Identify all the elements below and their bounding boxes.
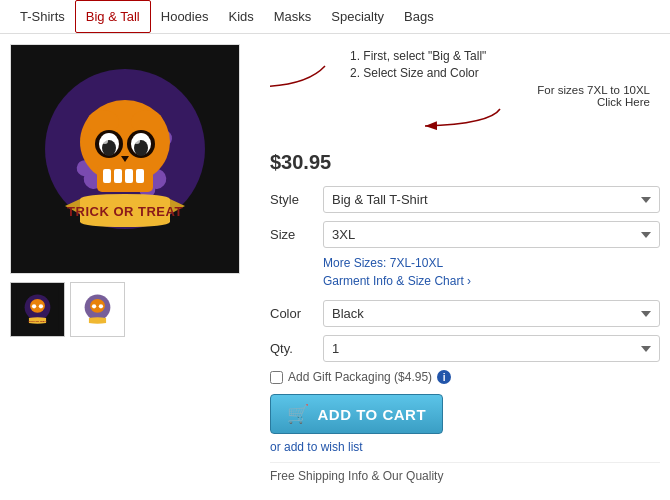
product-price: $30.95 xyxy=(270,151,660,174)
annotation-step2: 2. Select Size and Color xyxy=(350,66,479,80)
size-select[interactable]: 3XL 4XL 5XL 6XL xyxy=(323,221,660,248)
product-info: 1. First, select "Big & Tall" 2. Select … xyxy=(265,44,660,483)
more-sizes-link[interactable]: 7XL-10XL xyxy=(390,256,443,270)
nav-big-tall[interactable]: Big & Tall xyxy=(75,0,151,33)
color-row: Color Black White xyxy=(270,300,660,327)
size-row: Size 3XL 4XL 5XL 6XL xyxy=(270,221,660,248)
svg-point-21 xyxy=(102,138,108,144)
size-chart-link[interactable]: Garment Info & Size Chart › xyxy=(323,274,660,288)
size-label: Size xyxy=(270,227,315,242)
style-label: Style xyxy=(270,192,315,207)
svg-point-13 xyxy=(131,110,163,134)
nav-kids[interactable]: Kids xyxy=(218,1,263,32)
nav-bags[interactable]: Bags xyxy=(394,1,444,32)
style-select[interactable]: Big & Tall T-Shirt xyxy=(323,186,660,213)
svg-point-37 xyxy=(92,304,96,308)
color-select[interactable]: Black White xyxy=(323,300,660,327)
annotation-step3: For sizes 7XL to 10XL Click Here xyxy=(537,84,650,108)
nav-tshirts[interactable]: T-Shirts xyxy=(10,1,75,32)
svg-point-38 xyxy=(99,304,103,308)
thumbnail-row: TRICK OR TREAT xyxy=(10,282,250,337)
svg-rect-26 xyxy=(136,169,144,183)
annotation-step1: 1. First, select "Big & Tall" xyxy=(350,49,486,63)
product-images: TRICK OR TREAT TRICK OR TREAT xyxy=(10,44,250,483)
product-illustration: TRICK OR TREAT xyxy=(25,54,225,264)
main-content: TRICK OR TREAT TRICK OR TREAT xyxy=(0,34,670,493)
svg-rect-23 xyxy=(103,169,111,183)
gift-row: Add Gift Packaging ($4.95) i xyxy=(270,370,660,384)
gift-info-icon[interactable]: i xyxy=(437,370,451,384)
style-row: Style Big & Tall T-Shirt xyxy=(270,186,660,213)
cart-icon: 🛒 xyxy=(287,403,310,425)
nav-hoodies[interactable]: Hoodies xyxy=(151,1,219,32)
svg-text:TRICK OR TREAT: TRICK OR TREAT xyxy=(28,320,48,322)
gift-checkbox[interactable] xyxy=(270,371,283,384)
svg-point-31 xyxy=(32,304,36,308)
wish-list-link[interactable]: or add to wish list xyxy=(270,440,660,454)
free-shipping-text: Free Shipping Info & Our Quality xyxy=(270,462,660,483)
category-nav: T-Shirts Big & Tall Hoodies Kids Masks S… xyxy=(0,0,670,34)
svg-text:TRICK OR TREAT: TRICK OR TREAT xyxy=(67,204,183,219)
add-to-cart-label: ADD TO CART xyxy=(318,406,427,423)
main-product-image: TRICK OR TREAT xyxy=(10,44,240,274)
svg-point-32 xyxy=(39,304,43,308)
qty-select[interactable]: 1 2 3 xyxy=(323,335,660,362)
thumbnail-dark[interactable]: TRICK OR TREAT xyxy=(10,282,65,337)
svg-rect-24 xyxy=(114,169,122,183)
qty-label: Qty. xyxy=(270,341,315,356)
nav-masks[interactable]: Masks xyxy=(264,1,322,32)
thumbnail-white[interactable] xyxy=(70,282,125,337)
qty-row: Qty. 1 2 3 xyxy=(270,335,660,362)
svg-rect-25 xyxy=(125,169,133,183)
gift-label: Add Gift Packaging ($4.95) xyxy=(288,370,432,384)
add-to-cart-button[interactable]: 🛒 ADD TO CART xyxy=(270,394,443,434)
svg-point-22 xyxy=(134,138,140,144)
color-label: Color xyxy=(270,306,315,321)
more-sizes-text: More Sizes: 7XL-10XL xyxy=(323,256,660,270)
svg-point-12 xyxy=(87,110,119,134)
nav-specialty[interactable]: Specialty xyxy=(321,1,394,32)
